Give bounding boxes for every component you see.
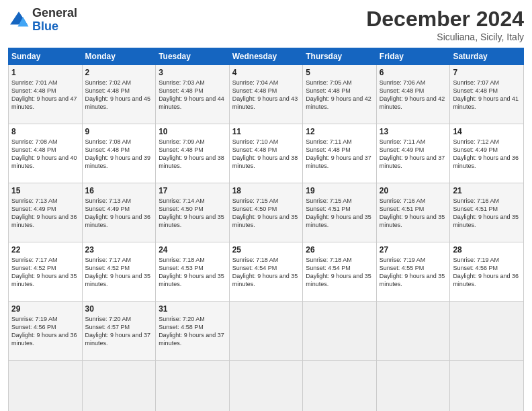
day-number: 24 <box>159 245 226 255</box>
table-row: 11 Sunrise: 7:10 AM Sunset: 4:48 PM Dayl… <box>229 124 303 183</box>
day-info: Sunrise: 7:13 AM Sunset: 4:49 PM Dayligh… <box>85 197 153 230</box>
table-row <box>376 302 450 361</box>
table-row: 4 Sunrise: 7:04 AM Sunset: 4:48 PM Dayli… <box>229 65 303 124</box>
table-row: 27 Sunrise: 7:19 AM Sunset: 4:55 PM Dayl… <box>376 242 450 302</box>
col-thursday: Thursday <box>303 48 377 65</box>
day-info: Sunrise: 7:08 AM Sunset: 4:48 PM Dayligh… <box>11 138 79 171</box>
table-row: 6 Sunrise: 7:06 AM Sunset: 4:48 PM Dayli… <box>376 65 450 124</box>
day-info: Sunrise: 7:11 AM Sunset: 4:48 PM Dayligh… <box>306 138 373 171</box>
table-row: 22 Sunrise: 7:17 AM Sunset: 4:52 PM Dayl… <box>9 242 83 302</box>
table-row: 7 Sunrise: 7:07 AM Sunset: 4:48 PM Dayli… <box>450 65 524 124</box>
day-number: 29 <box>11 304 79 314</box>
table-row: 29 Sunrise: 7:19 AM Sunset: 4:56 PM Dayl… <box>9 302 83 361</box>
table-row: 24 Sunrise: 7:18 AM Sunset: 4:53 PM Dayl… <box>156 242 230 302</box>
day-number: 20 <box>380 186 447 195</box>
calendar-header-row: Sunday Monday Tuesday Wednesday Thursday… <box>9 48 524 65</box>
day-info: Sunrise: 7:03 AM Sunset: 4:48 PM Dayligh… <box>159 79 226 111</box>
title-block: December 2024 Siculiana, Sicily, Italy <box>366 7 524 42</box>
table-row: 21 Sunrise: 7:16 AM Sunset: 4:51 PM Dayl… <box>450 183 524 242</box>
table-row: 15 Sunrise: 7:13 AM Sunset: 4:49 PM Dayl… <box>9 183 83 242</box>
table-row <box>82 361 156 412</box>
day-number: 27 <box>380 245 447 255</box>
day-info: Sunrise: 7:16 AM Sunset: 4:51 PM Dayligh… <box>380 197 447 230</box>
logo-blue: Blue <box>32 20 77 34</box>
table-row: 25 Sunrise: 7:18 AM Sunset: 4:54 PM Dayl… <box>229 242 303 302</box>
main-container: General Blue December 2024 Siculiana, Si… <box>0 0 532 411</box>
day-info: Sunrise: 7:05 AM Sunset: 4:48 PM Dayligh… <box>306 79 373 111</box>
table-row: 5 Sunrise: 7:05 AM Sunset: 4:48 PM Dayli… <box>303 65 377 124</box>
day-number: 19 <box>306 186 373 195</box>
day-number: 26 <box>306 245 373 255</box>
day-info: Sunrise: 7:15 AM Sunset: 4:50 PM Dayligh… <box>232 197 300 230</box>
day-info: Sunrise: 7:20 AM Sunset: 4:58 PM Dayligh… <box>159 315 226 348</box>
day-info: Sunrise: 7:13 AM Sunset: 4:49 PM Dayligh… <box>11 197 79 230</box>
table-row: 9 Sunrise: 7:08 AM Sunset: 4:48 PM Dayli… <box>82 124 156 183</box>
table-row: 17 Sunrise: 7:14 AM Sunset: 4:50 PM Dayl… <box>156 183 230 242</box>
calendar-row-1: 1 Sunrise: 7:01 AM Sunset: 4:48 PM Dayli… <box>9 65 524 124</box>
table-row: 14 Sunrise: 7:12 AM Sunset: 4:49 PM Dayl… <box>450 124 524 183</box>
table-row: 19 Sunrise: 7:15 AM Sunset: 4:51 PM Dayl… <box>303 183 377 242</box>
day-number: 13 <box>380 127 447 136</box>
day-info: Sunrise: 7:17 AM Sunset: 4:52 PM Dayligh… <box>11 256 79 289</box>
table-row: 26 Sunrise: 7:18 AM Sunset: 4:54 PM Dayl… <box>303 242 377 302</box>
day-info: Sunrise: 7:12 AM Sunset: 4:49 PM Dayligh… <box>453 138 521 171</box>
day-info: Sunrise: 7:06 AM Sunset: 4:48 PM Dayligh… <box>380 79 447 111</box>
day-info: Sunrise: 7:19 AM Sunset: 4:55 PM Dayligh… <box>380 256 447 289</box>
day-number: 1 <box>11 68 79 77</box>
col-friday: Friday <box>376 48 450 65</box>
day-number: 16 <box>85 186 153 195</box>
day-info: Sunrise: 7:09 AM Sunset: 4:48 PM Dayligh… <box>159 138 226 171</box>
day-number: 15 <box>11 186 79 195</box>
day-info: Sunrise: 7:19 AM Sunset: 4:56 PM Dayligh… <box>453 256 521 289</box>
day-info: Sunrise: 7:02 AM Sunset: 4:48 PM Dayligh… <box>85 79 153 111</box>
col-monday: Monday <box>82 48 156 65</box>
day-number: 28 <box>453 245 521 255</box>
day-info: Sunrise: 7:01 AM Sunset: 4:48 PM Dayligh… <box>11 79 79 111</box>
table-row <box>229 302 303 361</box>
day-number: 22 <box>11 245 79 255</box>
month-title: December 2024 <box>366 7 524 32</box>
table-row <box>303 302 377 361</box>
day-info: Sunrise: 7:16 AM Sunset: 4:51 PM Dayligh… <box>453 197 521 230</box>
day-info: Sunrise: 7:18 AM Sunset: 4:54 PM Dayligh… <box>232 256 300 289</box>
location-subtitle: Siculiana, Sicily, Italy <box>366 32 524 42</box>
calendar-row-2: 8 Sunrise: 7:08 AM Sunset: 4:48 PM Dayli… <box>9 124 524 183</box>
day-number: 14 <box>453 127 521 136</box>
col-wednesday: Wednesday <box>229 48 303 65</box>
day-info: Sunrise: 7:19 AM Sunset: 4:56 PM Dayligh… <box>11 315 79 348</box>
day-info: Sunrise: 7:18 AM Sunset: 4:53 PM Dayligh… <box>159 256 226 289</box>
table-row: 31 Sunrise: 7:20 AM Sunset: 4:58 PM Dayl… <box>156 302 230 361</box>
table-row: 1 Sunrise: 7:01 AM Sunset: 4:48 PM Dayli… <box>9 65 83 124</box>
day-number: 25 <box>232 245 300 255</box>
table-row <box>450 302 524 361</box>
day-number: 5 <box>306 68 373 77</box>
table-row <box>376 361 450 412</box>
table-row: 8 Sunrise: 7:08 AM Sunset: 4:48 PM Dayli… <box>9 124 83 183</box>
day-info: Sunrise: 7:17 AM Sunset: 4:52 PM Dayligh… <box>85 256 153 289</box>
day-info: Sunrise: 7:14 AM Sunset: 4:50 PM Dayligh… <box>159 197 226 230</box>
day-number: 7 <box>453 68 521 77</box>
day-info: Sunrise: 7:18 AM Sunset: 4:54 PM Dayligh… <box>306 256 373 289</box>
col-sunday: Sunday <box>9 48 83 65</box>
table-row: 10 Sunrise: 7:09 AM Sunset: 4:48 PM Dayl… <box>156 124 230 183</box>
table-row: 28 Sunrise: 7:19 AM Sunset: 4:56 PM Dayl… <box>450 242 524 302</box>
calendar-row-3: 15 Sunrise: 7:13 AM Sunset: 4:49 PM Dayl… <box>9 183 524 242</box>
logo-general: General <box>32 7 77 20</box>
day-number: 3 <box>159 68 226 77</box>
calendar-table: Sunday Monday Tuesday Wednesday Thursday… <box>8 48 524 411</box>
day-number: 12 <box>306 127 373 136</box>
table-row: 3 Sunrise: 7:03 AM Sunset: 4:48 PM Dayli… <box>156 65 230 124</box>
day-info: Sunrise: 7:10 AM Sunset: 4:48 PM Dayligh… <box>232 138 300 171</box>
day-number: 30 <box>85 304 153 314</box>
table-row <box>303 361 377 412</box>
table-row: 16 Sunrise: 7:13 AM Sunset: 4:49 PM Dayl… <box>82 183 156 242</box>
day-number: 10 <box>159 127 226 136</box>
day-info: Sunrise: 7:08 AM Sunset: 4:48 PM Dayligh… <box>85 138 153 171</box>
day-number: 18 <box>232 186 300 195</box>
day-number: 17 <box>159 186 226 195</box>
day-number: 4 <box>232 68 300 77</box>
day-number: 8 <box>11 127 79 136</box>
day-number: 21 <box>453 186 521 195</box>
table-row: 18 Sunrise: 7:15 AM Sunset: 4:50 PM Dayl… <box>229 183 303 242</box>
table-row: 2 Sunrise: 7:02 AM Sunset: 4:48 PM Dayli… <box>82 65 156 124</box>
